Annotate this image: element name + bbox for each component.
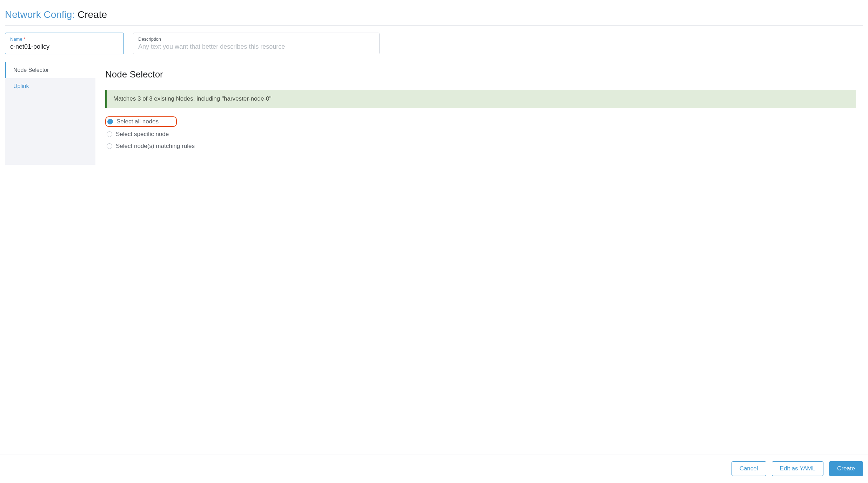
radio-select-specific-node[interactable]: Select specific node: [105, 130, 856, 139]
radio-circle-icon: [107, 119, 113, 124]
page-title: Network Config: Create: [5, 4, 863, 25]
description-label-text: Description: [138, 36, 161, 42]
name-field-label: Name *: [10, 36, 119, 42]
required-mark: *: [24, 36, 25, 42]
radio-select-matching-rules[interactable]: Select node(s) matching rules: [105, 142, 856, 151]
node-selector-radio-group: Select all nodes Select specific node Se…: [105, 116, 856, 151]
radio-circle-icon: [107, 143, 112, 149]
name-field-container: Name *: [5, 33, 124, 54]
description-field-box[interactable]: Description: [133, 33, 380, 54]
radio-label: Select node(s) matching rules: [116, 143, 195, 150]
description-input[interactable]: [138, 43, 374, 50]
tab-label: Node Selector: [13, 67, 49, 73]
tab-label: Uplink: [13, 83, 29, 89]
panel-area: Node Selector Uplink Node Selector Match…: [5, 62, 863, 165]
radio-label: Select specific node: [116, 131, 169, 138]
radio-circle-icon: [107, 131, 112, 137]
title-action: Create: [78, 9, 107, 20]
tab-uplink[interactable]: Uplink: [5, 78, 95, 94]
name-field-box[interactable]: Name *: [5, 33, 124, 54]
name-label-text: Name: [10, 36, 22, 42]
radio-select-all-nodes[interactable]: Select all nodes: [105, 116, 177, 127]
panel-heading: Node Selector: [105, 69, 856, 80]
tab-node-selector[interactable]: Node Selector: [5, 62, 95, 78]
description-field-label: Description: [138, 36, 374, 42]
title-context: Network Config:: [5, 9, 75, 20]
match-info-banner: Matches 3 of 3 existing Nodes, including…: [105, 90, 856, 108]
fields-row: Name * Description: [5, 33, 863, 54]
radio-label: Select all nodes: [116, 118, 159, 125]
name-input[interactable]: [10, 43, 119, 50]
panel-content: Node Selector Matches 3 of 3 existing No…: [95, 62, 863, 165]
tabs-column: Node Selector Uplink: [5, 62, 95, 165]
title-divider: [5, 25, 863, 26]
description-field-container: Description: [133, 33, 380, 54]
